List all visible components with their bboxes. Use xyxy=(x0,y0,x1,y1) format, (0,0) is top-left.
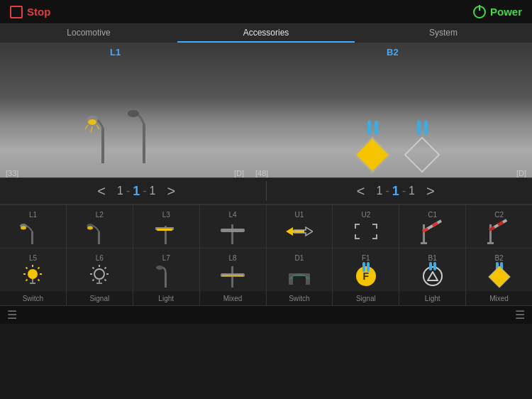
nav-num-6: 1 xyxy=(409,185,415,197)
cell-L8[interactable]: L8 xyxy=(200,248,267,291)
nav-num-3: 1 xyxy=(150,185,156,197)
svg-line-38 xyxy=(38,267,40,268)
acc-label: B2 xyxy=(387,47,399,58)
lamp1-icon xyxy=(85,106,121,163)
cell-L6-icon xyxy=(86,262,113,288)
tab-bar: Locomotive Accessories System xyxy=(0,24,532,43)
cell-D1[interactable]: D1 xyxy=(267,248,333,291)
cell-L3-icon xyxy=(153,219,179,244)
svg-rect-59 xyxy=(293,276,306,285)
svg-line-47 xyxy=(93,267,94,268)
svg-point-10 xyxy=(21,226,26,229)
svg-rect-11 xyxy=(98,231,100,244)
power-icon xyxy=(473,6,486,18)
cell-F1[interactable]: F1 F xyxy=(333,248,399,291)
cell-L1[interactable]: L1 xyxy=(0,205,67,248)
cell-B1-icon xyxy=(419,262,446,288)
addr-tag-4: [D] xyxy=(516,169,526,177)
svg-rect-17 xyxy=(231,224,233,244)
main-canvas: L1 B2 xyxy=(0,43,532,177)
cell-C1-icon xyxy=(419,219,446,244)
cell-B1[interactable]: B1 xyxy=(399,248,466,291)
canvas-signal1[interactable] xyxy=(355,121,390,170)
svg-line-3 xyxy=(85,125,88,129)
cell-B2[interactable]: B2 xyxy=(466,248,532,291)
cell-F1-icon: F xyxy=(353,262,379,288)
stop-button[interactable]: Stop xyxy=(10,6,50,18)
cell-C1[interactable]: C1 xyxy=(399,205,466,248)
addr-tag-2: [D] xyxy=(234,169,244,177)
svg-point-42 xyxy=(94,269,104,279)
cat-signal-2: Signal xyxy=(333,291,399,305)
cell-U1[interactable]: U1 xyxy=(267,205,333,248)
tab-locomotive[interactable]: Locomotive xyxy=(0,24,177,43)
tab-system[interactable]: System xyxy=(355,24,532,43)
cell-C2-icon xyxy=(486,219,513,244)
category-labels: Switch Signal Light Mixed Switch Signal … xyxy=(0,291,532,305)
bottom-bar: ☰ ☰ xyxy=(0,305,532,324)
svg-rect-53 xyxy=(165,273,167,288)
cell-U1-icon xyxy=(286,219,313,244)
svg-line-37 xyxy=(38,279,40,280)
nav-bar: < 1 - 1 - 1 > < 1 - 1 - 1 > xyxy=(0,177,532,204)
svg-rect-57 xyxy=(222,275,243,276)
nav-prev-left[interactable]: < xyxy=(92,183,111,200)
svg-rect-16 xyxy=(157,229,172,231)
svg-rect-21 xyxy=(423,224,425,244)
cell-U2[interactable]: U2 xyxy=(333,205,399,248)
svg-rect-6 xyxy=(143,124,145,163)
cat-signal-1: Signal xyxy=(67,291,133,305)
loco-label: L1 xyxy=(110,47,121,58)
cell-L4[interactable]: L4 xyxy=(200,205,267,248)
power-label: Power xyxy=(490,6,522,18)
svg-rect-30 xyxy=(487,242,494,244)
svg-line-49 xyxy=(105,267,106,268)
addr-tag-3: [48] xyxy=(255,169,268,177)
svg-point-31 xyxy=(28,269,38,279)
svg-point-54 xyxy=(156,266,163,270)
canvas-lamp2[interactable] xyxy=(128,99,160,163)
cell-L3[interactable]: L3 xyxy=(133,205,200,248)
svg-point-13 xyxy=(87,226,93,229)
cell-L7-icon xyxy=(153,262,179,288)
menu-left-icon[interactable]: ☰ xyxy=(7,308,17,322)
cell-L6[interactable]: L6 xyxy=(67,248,133,291)
cell-L2[interactable]: L2 xyxy=(67,205,133,248)
svg-rect-8 xyxy=(31,231,33,244)
nav-next-left[interactable]: > xyxy=(161,183,181,200)
cell-C2[interactable]: C2 xyxy=(466,205,532,248)
nav-next-right[interactable]: > xyxy=(421,183,440,200)
canvas-signal2[interactable] xyxy=(404,121,440,170)
cell-B2-icon xyxy=(486,262,513,288)
cell-L4-icon xyxy=(219,219,246,244)
grid-row-1: L1 L2 L3 L4 U1 xyxy=(0,204,532,248)
stop-icon xyxy=(10,6,23,18)
menu-right-icon[interactable]: ☰ xyxy=(515,308,525,322)
nav-num-5: 1 xyxy=(392,184,399,199)
nav-prev-right[interactable]: < xyxy=(351,183,371,200)
nav-right: < 1 - 1 - 1 > xyxy=(267,183,526,200)
addr-tag-1: [33] xyxy=(6,169,18,177)
nav-num-4: 1 xyxy=(377,185,383,197)
cell-L5[interactable]: L5 xyxy=(0,248,67,291)
cell-D1-icon xyxy=(286,262,313,288)
svg-rect-25 xyxy=(421,242,427,244)
cat-light-1: Light xyxy=(133,291,200,305)
cell-L7[interactable]: L7 xyxy=(133,248,200,291)
grid-row-2: L5 L6 xyxy=(0,248,532,291)
svg-point-2 xyxy=(88,119,96,125)
svg-point-7 xyxy=(128,110,139,117)
cell-L2-icon xyxy=(86,219,113,244)
stop-label: Stop xyxy=(27,6,50,18)
power-button[interactable]: Power xyxy=(473,6,522,18)
nav-nums-left: 1 - 1 - 1 xyxy=(117,184,155,199)
cell-L1-icon xyxy=(19,219,46,244)
svg-line-4 xyxy=(91,126,92,132)
svg-rect-18 xyxy=(221,229,245,232)
tab-accessories[interactable]: Accessories xyxy=(177,24,355,43)
nav-num-2: 1 xyxy=(133,184,140,199)
svg-marker-19 xyxy=(286,227,304,236)
lamp2-icon xyxy=(128,99,160,163)
canvas-lamp1[interactable] xyxy=(85,106,121,163)
cat-switch-1: Switch xyxy=(0,291,67,305)
